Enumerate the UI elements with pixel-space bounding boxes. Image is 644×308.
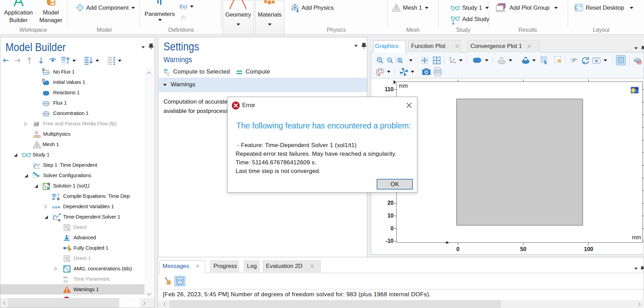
- svg-text:at: at: [52, 197, 55, 201]
- svg-text:au: au: [52, 193, 56, 196]
- svg-text::f: :f: [57, 193, 59, 197]
- svg-text:D: D: [42, 68, 45, 72]
- svg-text:Pі=: Pі=: [63, 276, 68, 279]
- svg-text:2¹3: 2¹3: [63, 280, 68, 283]
- svg-text:D: D: [42, 79, 45, 82]
- svg-text:u,v,w: u,v,w: [52, 205, 60, 209]
